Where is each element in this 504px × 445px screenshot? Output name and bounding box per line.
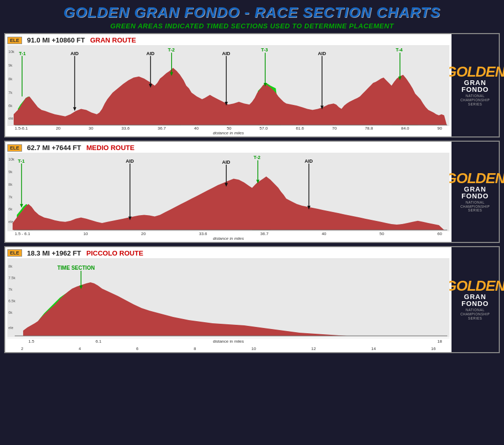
svg-text:6k: 6k — [8, 311, 13, 314]
piccolo-ele-badge: ELE — [7, 249, 22, 257]
logo-national-1: NATIONAL CHAMPIONSHIP SERIES — [454, 94, 497, 106]
piccolo-stats: 18.3 MI +1962 FT — [27, 249, 81, 257]
svg-text:8k: 8k — [8, 183, 13, 187]
piccolo-sidebar-logo: GOLDEN GRAN FONDO NATIONAL CHAMPIONSHIP … — [452, 247, 499, 352]
piccolo-x-2: 2 — [21, 346, 23, 351]
gran-x-20: 20 — [56, 126, 60, 131]
logo-national-3: NATIONAL CHAMPIONSHIP SERIES — [454, 308, 497, 320]
gran-route-label: GRAN ROUTE — [90, 36, 136, 44]
svg-text:T-3: T-3 — [261, 47, 268, 52]
medio-route-label: MEDIO ROUTE — [87, 144, 135, 152]
logo-fondo-2: FONDO — [461, 193, 489, 199]
piccolo-x-14: 14 — [371, 346, 376, 351]
gran-stats: 91.0 MI +10860 FT — [27, 36, 85, 44]
svg-text:6k: 6k — [8, 207, 13, 211]
gran-x-78.8: 78.8 — [365, 126, 373, 131]
svg-text:7k: 7k — [8, 195, 13, 199]
svg-text:T-4: T-4 — [396, 47, 403, 52]
svg-text:8k: 8k — [8, 264, 13, 268]
logo-gran-2: GRAN — [464, 186, 486, 193]
piccolo-chart-svg: 8k 7.5k 7k 6.5k 6k ele TIME SECTION — [7, 258, 449, 337]
svg-text:T-2: T-2 — [168, 47, 175, 52]
gran-ele-badge: ELE — [7, 37, 22, 44]
svg-text:ele: ele — [8, 116, 13, 121]
svg-text:6.5k: 6.5k — [8, 299, 16, 303]
piccolo-x-dist-label: distance in miles — [213, 339, 244, 344]
medio-stats: 62.7 MI +7644 FT — [27, 144, 81, 152]
medio-ele-badge: ELE — [7, 144, 22, 152]
svg-text:AID: AID — [304, 158, 313, 164]
svg-text:10k: 10k — [8, 50, 15, 54]
piccolo-x-12: 12 — [311, 346, 316, 351]
logo-golden-3: GOLDEN — [445, 279, 504, 293]
gran-sidebar-logo: GOLDEN GRAN FONDO NATIONAL CHAMPIONSHIP … — [452, 34, 499, 136]
gran-x-label: distance in miles — [7, 131, 449, 135]
medio-x-60: 60 — [437, 231, 442, 236]
gran-x-40: 40 — [194, 126, 198, 131]
svg-text:10k: 10k — [8, 158, 15, 162]
gran-chart-svg: 10k 9k 8k 7k 6k ele T- — [7, 45, 449, 126]
svg-text:AID: AID — [318, 50, 326, 56]
gran-x-36.7: 36.7 — [158, 126, 166, 131]
svg-text:T-2: T-2 — [254, 155, 260, 161]
piccolo-route-label: PICCOLO ROUTE — [87, 249, 143, 257]
medio-chart-svg: 10k 9k 8k 7k 6k ele T-1 AID — [7, 153, 449, 231]
gran-x-70: 70 — [332, 126, 337, 131]
main-title: GOLDEN GRAN FONDO - RACE SECTION CHARTS — [64, 4, 440, 21]
svg-text:7k: 7k — [8, 91, 13, 95]
svg-text:AID: AID — [222, 160, 230, 165]
svg-text:AID: AID — [126, 158, 134, 164]
svg-text:7.5k: 7.5k — [8, 276, 16, 280]
svg-text:9k: 9k — [8, 170, 13, 174]
logo-fondo-3: FONDO — [461, 300, 489, 307]
subtitle: GREEN AREAS INDICATED TIMED SECTIONS USE… — [110, 22, 394, 30]
logo-golden-1: GOLDEN — [445, 65, 504, 79]
gran-x-1.5: 1.5-6.1 — [15, 126, 28, 131]
medio-x-40: 40 — [322, 231, 327, 236]
medio-x-label: distance in miles — [7, 236, 449, 241]
svg-text:T-1: T-1 — [18, 158, 25, 164]
piccolo-x-16: 16 — [431, 346, 436, 351]
piccolo-route-section: ELE 18.3 MI +1962 FT PICCOLO ROUTE 8k 7.… — [4, 246, 500, 353]
medio-x-20: 20 — [141, 231, 146, 236]
medio-x-1.5: 1.5 - 6.1 — [15, 231, 30, 236]
gran-route-section: ELE 91.0 MI +10860 FT GRAN ROUTE 10k 9k … — [4, 33, 500, 137]
svg-text:TIME SECTION: TIME SECTION — [57, 265, 94, 271]
gran-x-57: 57.0 — [259, 126, 268, 131]
gran-x-33.6: 33.6 — [121, 126, 130, 131]
medio-x-10: 10 — [83, 231, 88, 236]
medio-x-33.6: 33.6 — [199, 231, 207, 236]
svg-text:ele: ele — [8, 326, 13, 330]
svg-text:AID: AID — [222, 50, 230, 56]
piccolo-x-6.1: 6.1 — [96, 339, 101, 344]
svg-text:8k: 8k — [8, 77, 13, 81]
logo-golden-2: GOLDEN — [445, 171, 504, 186]
gran-x-90: 90 — [437, 126, 442, 131]
medio-x-50: 50 — [380, 231, 384, 236]
gran-x-61.6: 61.6 — [296, 126, 304, 131]
piccolo-x-18: 18 — [437, 339, 442, 344]
piccolo-x-8: 8 — [194, 346, 196, 351]
svg-text:ele: ele — [8, 220, 13, 224]
piccolo-x-4: 4 — [79, 346, 81, 351]
svg-text:AID: AID — [146, 50, 155, 56]
medio-x-36.7: 36.7 — [260, 231, 269, 236]
svg-text:AID: AID — [70, 50, 79, 56]
logo-national-2: NATIONAL CHAMPIONSHIP SERIES — [454, 200, 497, 213]
svg-text:7k: 7k — [8, 288, 13, 291]
piccolo-x-6: 6 — [136, 346, 138, 351]
svg-text:9k: 9k — [8, 63, 13, 68]
piccolo-x-1.5: 1.5 — [28, 339, 34, 344]
piccolo-x-10: 10 — [251, 346, 256, 351]
gran-x-30: 30 — [89, 126, 93, 131]
logo-fondo-1: FONDO — [461, 86, 489, 93]
medio-route-section: ELE 62.7 MI +7644 FT MEDIO ROUTE 10k 9k … — [4, 141, 500, 242]
svg-text:6k: 6k — [8, 104, 13, 108]
svg-text:T-1: T-1 — [19, 50, 26, 56]
gran-x-50: 50 — [227, 126, 232, 131]
gran-x-84: 84.0 — [401, 126, 410, 131]
medio-sidebar-logo: GOLDEN GRAN FONDO NATIONAL CHAMPIONSHIP … — [452, 142, 499, 241]
